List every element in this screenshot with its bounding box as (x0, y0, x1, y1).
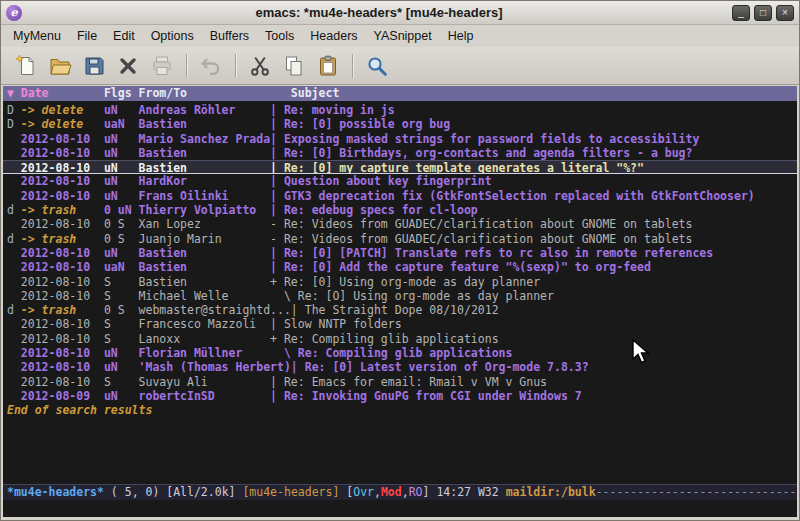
kill-buffer-icon[interactable] (111, 51, 145, 81)
flags-cell: uaN (104, 260, 139, 274)
open-file-icon[interactable] (43, 51, 77, 81)
mark-char (7, 146, 21, 160)
emacs-window: e emacs: *mu4e-headers* [mu4e-headers] _… (0, 0, 800, 521)
maximize-button[interactable]: □ (754, 5, 772, 21)
subject-cell: The Straight Dope 08/10/2012 (305, 303, 499, 317)
thread-indicator: | (291, 303, 305, 317)
message-row[interactable]: D-> deleteuaNBastien| Re: [0] possible o… (3, 117, 797, 131)
message-row[interactable]: 2012-08-10uNBastien| Re: [0] [PATCH] Tra… (3, 246, 797, 260)
toolbar-separator (235, 54, 236, 78)
mode-line[interactable]: *mu4e-headers* ( 5, 0) [All/2.0k] [mu4e-… (3, 484, 797, 500)
message-row[interactable]: 2012-08-10SSuvayu Ali| Re: Emacs for ema… (3, 375, 797, 389)
subject-cell: Re: moving in js (284, 103, 395, 117)
date-cell: -> trash (21, 303, 104, 317)
header-date-column[interactable]: ▼ Date (7, 86, 104, 101)
mark-char (7, 246, 21, 260)
message-row[interactable]: 2012-08-10uNBastien| Re: [0] Birthdays, … (3, 146, 797, 160)
mark-char (7, 317, 21, 331)
mode-line-segment: [mu4e-headers] (242, 485, 339, 499)
from-cell: 'Mash (Thomas Herbert) (139, 360, 291, 374)
flags-cell: 0 uN (104, 203, 139, 217)
header-from-column[interactable]: From/To (139, 86, 291, 101)
buffer-area: D-> deleteuNAndreas Röhler| Re: moving i… (3, 101, 797, 484)
message-row[interactable]: 2012-08-10SMichael Welle \ Re: [O] Using… (3, 289, 797, 303)
menu-item-mymenu[interactable]: MyMenu (5, 26, 69, 46)
thread-indicator: | (270, 246, 284, 260)
header-subject-column[interactable]: Subject (291, 86, 339, 101)
save-icon[interactable] (77, 51, 111, 81)
mode-line-segment: Ovr (353, 485, 374, 499)
mark-char: d (7, 203, 21, 217)
message-row[interactable]: 2012-08-09uNrobertcInSD| Re: Invoking Gn… (3, 389, 797, 403)
menu-item-yasnippet[interactable]: YASnippet (366, 26, 440, 46)
mark-char (7, 346, 21, 360)
date-cell: -> delete (21, 103, 104, 117)
mode-line-segment: Mod (381, 485, 402, 499)
menu-item-options[interactable]: Options (143, 26, 202, 46)
search-icon[interactable] (360, 51, 394, 81)
thread-indicator: \ (270, 289, 298, 303)
cut-icon[interactable] (243, 51, 277, 81)
mode-line-segment: , (402, 485, 409, 499)
mode-line-segment: ----------------------------------------… (596, 485, 797, 499)
menu-item-headers[interactable]: Headers (302, 26, 365, 46)
from-cell: Suvayu Ali (139, 375, 271, 389)
from-cell: robertcInSD (139, 389, 271, 403)
message-row[interactable]: d-> trash0 SJuanjo Marin- Re: Videos fro… (3, 232, 797, 246)
titlebar[interactable]: e emacs: *mu4e-headers* [mu4e-headers] _… (1, 1, 799, 25)
message-row[interactable]: 2012-08-10SBastien+ Re: [0] Using org-mo… (3, 275, 797, 289)
mark-char (7, 289, 21, 303)
message-row[interactable]: 2012-08-10uNFlorian Müllner \ Re: Compil… (3, 346, 797, 360)
close-button[interactable]: × (776, 5, 794, 21)
thread-indicator: - (270, 232, 284, 246)
message-row[interactable]: d-> trash0 Swebmaster@straightd...| The … (3, 303, 797, 317)
menu-item-tools[interactable]: Tools (257, 26, 302, 46)
menu-item-buffers[interactable]: Buffers (202, 26, 257, 46)
message-row[interactable]: 2012-08-10SLanoxx+ Re: Compiling glib ap… (3, 332, 797, 346)
mouse-cursor (631, 339, 653, 365)
subject-cell: Re: Compiling glib applications (298, 346, 513, 360)
message-row[interactable]: d-> trash0 uNThierry Volpiatto| Re: edeb… (3, 203, 797, 217)
mark-char (7, 275, 21, 289)
message-row[interactable]: 2012-08-10uNFrans Oilinki| GTK3 deprecat… (3, 189, 797, 203)
menu-item-edit[interactable]: Edit (105, 26, 143, 46)
thread-indicator: | (270, 375, 284, 389)
from-cell: Bastien (139, 260, 271, 274)
message-row[interactable]: 2012-08-100 SXan Lopez- Re: Videos from … (3, 217, 797, 231)
paste-icon[interactable] (311, 51, 345, 81)
subject-cell: Exposing masked strings for password fie… (284, 132, 699, 146)
mark-char: D (7, 117, 21, 131)
copy-icon[interactable] (277, 51, 311, 81)
menu-item-file[interactable]: File (69, 26, 105, 46)
flags-cell: uN (104, 346, 139, 360)
print-icon[interactable] (145, 51, 179, 81)
message-row[interactable]: 2012-08-10uNBastien| Re: [0] my capture … (3, 160, 797, 174)
mode-line-segment: [All/2.0k] (166, 485, 242, 499)
end-of-results: End of search results (3, 403, 797, 417)
message-row[interactable]: 2012-08-10SFrancesco Mazzoli| Slow NNTP … (3, 317, 797, 331)
thread-indicator: | (270, 317, 284, 331)
from-cell: HardKor (139, 174, 271, 188)
minimize-button[interactable]: _ (732, 5, 750, 21)
date-cell: 2012-08-10 (21, 289, 104, 303)
menu-item-help[interactable]: Help (440, 26, 482, 46)
message-row[interactable]: 2012-08-10uaNBastien| Re: [0] Add the ca… (3, 260, 797, 274)
flags-cell: uN (104, 174, 139, 188)
header-flags-column[interactable]: Flgs (104, 86, 139, 101)
undo-icon[interactable] (194, 51, 228, 81)
mark-char: d (7, 303, 21, 317)
message-row[interactable]: 2012-08-10uNMario Sanchez Prada| Exposin… (3, 132, 797, 146)
header-line[interactable]: ▼ Date Flgs From/To Subject (3, 86, 797, 101)
mode-line-segment: *mu4e-headers* (7, 485, 104, 499)
message-row[interactable]: D-> deleteuNAndreas Röhler| Re: moving i… (3, 103, 797, 117)
message-row[interactable]: 2012-08-10uNHardKor| Question about key … (3, 174, 797, 188)
date-cell: 2012-08-10 (21, 246, 104, 260)
window-title: emacs: *mu4e-headers* [mu4e-headers] (26, 5, 732, 20)
from-cell: webmaster@straightd... (139, 303, 291, 317)
echo-area[interactable] (3, 500, 797, 517)
flags-cell: 0 S (104, 217, 139, 231)
mode-line-segment: RO (409, 485, 423, 499)
new-file-icon[interactable] (9, 51, 43, 81)
subject-cell: Re: [0] possible org bug (284, 117, 450, 131)
message-row[interactable]: 2012-08-10uN'Mash (Thomas Herbert)| Re: … (3, 360, 797, 374)
